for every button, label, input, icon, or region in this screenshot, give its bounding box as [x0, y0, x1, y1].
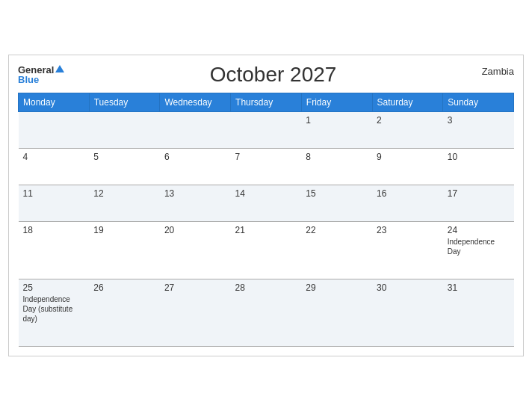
calendar-cell: 13: [160, 185, 231, 222]
calendar-cell: [89, 112, 160, 149]
logo: General Blue: [18, 65, 64, 84]
day-number: 19: [93, 225, 155, 235]
day-number: 8: [306, 152, 368, 162]
day-number: 17: [448, 188, 510, 199]
day-number: 16: [377, 188, 439, 199]
day-number: 7: [235, 152, 297, 162]
calendar-cell: [231, 112, 302, 149]
calendar-cell: 24Independence Day: [443, 222, 514, 279]
calendar-cell: 15: [301, 185, 372, 222]
calendar-cell: 19: [89, 222, 160, 279]
day-number: 21: [235, 225, 297, 235]
calendar-cell: 31: [443, 279, 514, 347]
col-wednesday: Wednesday: [160, 93, 231, 112]
day-number: 1: [306, 115, 368, 126]
calendar-cell: 4: [19, 149, 90, 185]
calendar-cell: 17: [443, 185, 514, 222]
day-number: 29: [306, 282, 368, 293]
calendar-cell: 2: [372, 112, 443, 149]
day-number: 25: [23, 282, 85, 293]
calendar-cell: 9: [372, 149, 443, 185]
col-saturday: Saturday: [372, 93, 443, 112]
event-label: Independence Day: [448, 237, 510, 256]
day-number: 23: [377, 225, 439, 235]
calendar-week-1: 123: [19, 112, 514, 149]
calendar-body: 123456789101112131415161718192021222324I…: [19, 112, 514, 347]
calendar-cell: 21: [231, 222, 302, 279]
day-number: 27: [164, 282, 226, 293]
calendar-cell: 6: [160, 149, 231, 185]
calendar-cell: 12: [89, 185, 160, 222]
day-number: 2: [377, 115, 439, 126]
day-number: 14: [235, 188, 297, 199]
calendar-cell: 20: [160, 222, 231, 279]
day-number: 3: [448, 115, 510, 126]
calendar-cell: 25Independence Day (substitute day): [19, 279, 90, 347]
day-number: 24: [448, 225, 510, 235]
day-number: 9: [377, 152, 439, 162]
logo-blue-text: Blue: [18, 75, 64, 84]
calendar-table: Monday Tuesday Wednesday Thursday Friday…: [18, 93, 514, 347]
calendar-cell: 11: [19, 185, 90, 222]
calendar-cell: 5: [89, 149, 160, 185]
calendar-cell: 1: [301, 112, 372, 149]
day-number: 31: [448, 282, 510, 293]
day-number: 10: [448, 152, 510, 162]
event-label: Independence Day (substitute day): [23, 294, 85, 324]
day-number: 11: [23, 188, 85, 199]
day-number: 30: [377, 282, 439, 293]
calendar-cell: 28: [231, 279, 302, 347]
calendar-cell: 23: [372, 222, 443, 279]
calendar-cell: 29: [301, 279, 372, 347]
calendar-container: General Blue October 2027 Zambia Monday …: [8, 55, 524, 356]
day-number: 26: [93, 282, 155, 293]
col-thursday: Thursday: [231, 93, 302, 112]
day-number: 13: [164, 188, 226, 199]
col-tuesday: Tuesday: [89, 93, 160, 112]
calendar-header-row: Monday Tuesday Wednesday Thursday Friday…: [19, 93, 514, 112]
calendar-cell: 18: [19, 222, 90, 279]
calendar-week-2: 45678910: [19, 149, 514, 185]
calendar-cell: 27: [160, 279, 231, 347]
day-number: 20: [164, 225, 226, 235]
day-number: 6: [164, 152, 226, 162]
day-number: 18: [23, 225, 85, 235]
calendar-cell: 8: [301, 149, 372, 185]
col-sunday: Sunday: [443, 93, 514, 112]
day-number: 4: [23, 152, 85, 162]
calendar-cell: 14: [231, 185, 302, 222]
calendar-cell: [19, 112, 90, 149]
calendar-week-4: 18192021222324Independence Day: [19, 222, 514, 279]
col-monday: Monday: [19, 93, 90, 112]
calendar-week-5: 25Independence Day (substitute day)26272…: [19, 279, 514, 347]
day-number: 22: [306, 225, 368, 235]
calendar-header: General Blue October 2027 Zambia: [18, 63, 514, 87]
col-friday: Friday: [301, 93, 372, 112]
calendar-cell: [160, 112, 231, 149]
logo-triangle-icon: [55, 65, 64, 72]
day-number: 5: [93, 152, 155, 162]
calendar-cell: 30: [372, 279, 443, 347]
calendar-cell: 26: [89, 279, 160, 347]
country-label: Zambia: [482, 63, 514, 77]
month-title: October 2027: [210, 63, 337, 87]
calendar-week-3: 11121314151617: [19, 185, 514, 222]
calendar-cell: 10: [443, 149, 514, 185]
calendar-cell: 22: [301, 222, 372, 279]
calendar-cell: 7: [231, 149, 302, 185]
day-number: 12: [93, 188, 155, 199]
calendar-cell: 3: [443, 112, 514, 149]
day-number: 28: [235, 282, 297, 293]
calendar-cell: 16: [372, 185, 443, 222]
day-number: 15: [306, 188, 368, 199]
